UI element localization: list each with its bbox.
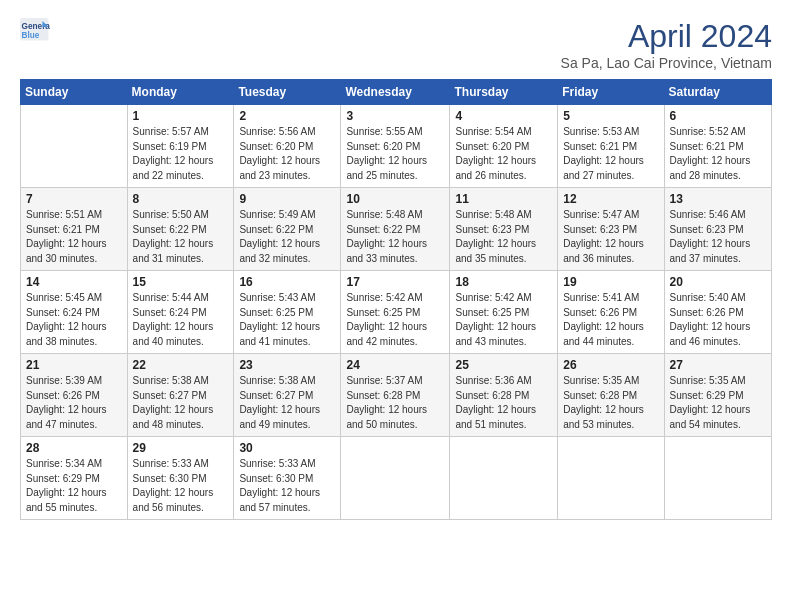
day-info: Sunrise: 5:33 AMSunset: 6:30 PMDaylight:… [133, 457, 229, 515]
day-info: Sunrise: 5:49 AMSunset: 6:22 PMDaylight:… [239, 208, 335, 266]
day-info: Sunrise: 5:57 AMSunset: 6:19 PMDaylight:… [133, 125, 229, 183]
day-number: 16 [239, 275, 335, 289]
day-info: Sunrise: 5:48 AMSunset: 6:22 PMDaylight:… [346, 208, 444, 266]
day-info: Sunrise: 5:43 AMSunset: 6:25 PMDaylight:… [239, 291, 335, 349]
day-number: 6 [670, 109, 766, 123]
day-number: 25 [455, 358, 552, 372]
day-info: Sunrise: 5:54 AMSunset: 6:20 PMDaylight:… [455, 125, 552, 183]
day-info: Sunrise: 5:36 AMSunset: 6:28 PMDaylight:… [455, 374, 552, 432]
day-info: Sunrise: 5:50 AMSunset: 6:22 PMDaylight:… [133, 208, 229, 266]
day-info: Sunrise: 5:40 AMSunset: 6:26 PMDaylight:… [670, 291, 766, 349]
day-info: Sunrise: 5:35 AMSunset: 6:29 PMDaylight:… [670, 374, 766, 432]
calendar-week-row: 7Sunrise: 5:51 AMSunset: 6:21 PMDaylight… [21, 188, 772, 271]
main-title: April 2024 [561, 18, 772, 55]
calendar-cell: 22Sunrise: 5:38 AMSunset: 6:27 PMDayligh… [127, 354, 234, 437]
day-number: 21 [26, 358, 122, 372]
day-number: 14 [26, 275, 122, 289]
day-of-week-header: Tuesday [234, 80, 341, 105]
calendar-header-row: SundayMondayTuesdayWednesdayThursdayFrid… [21, 80, 772, 105]
title-block: April 2024 Sa Pa, Lao Cai Province, Viet… [561, 18, 772, 71]
calendar-cell [341, 437, 450, 520]
day-info: Sunrise: 5:42 AMSunset: 6:25 PMDaylight:… [346, 291, 444, 349]
day-info: Sunrise: 5:41 AMSunset: 6:26 PMDaylight:… [563, 291, 658, 349]
day-number: 15 [133, 275, 229, 289]
day-info: Sunrise: 5:35 AMSunset: 6:28 PMDaylight:… [563, 374, 658, 432]
day-info: Sunrise: 5:55 AMSunset: 6:20 PMDaylight:… [346, 125, 444, 183]
calendar-cell: 6Sunrise: 5:52 AMSunset: 6:21 PMDaylight… [664, 105, 771, 188]
day-number: 27 [670, 358, 766, 372]
calendar-cell: 29Sunrise: 5:33 AMSunset: 6:30 PMDayligh… [127, 437, 234, 520]
day-number: 8 [133, 192, 229, 206]
day-number: 23 [239, 358, 335, 372]
day-info: Sunrise: 5:56 AMSunset: 6:20 PMDaylight:… [239, 125, 335, 183]
day-info: Sunrise: 5:34 AMSunset: 6:29 PMDaylight:… [26, 457, 122, 515]
day-of-week-header: Monday [127, 80, 234, 105]
day-number: 29 [133, 441, 229, 455]
day-number: 24 [346, 358, 444, 372]
calendar-cell: 2Sunrise: 5:56 AMSunset: 6:20 PMDaylight… [234, 105, 341, 188]
day-number: 18 [455, 275, 552, 289]
day-number: 12 [563, 192, 658, 206]
day-number: 9 [239, 192, 335, 206]
day-number: 20 [670, 275, 766, 289]
logo-icon: General Blue [20, 18, 50, 42]
calendar-cell: 27Sunrise: 5:35 AMSunset: 6:29 PMDayligh… [664, 354, 771, 437]
day-number: 5 [563, 109, 658, 123]
calendar-cell: 7Sunrise: 5:51 AMSunset: 6:21 PMDaylight… [21, 188, 128, 271]
day-of-week-header: Wednesday [341, 80, 450, 105]
calendar-cell: 1Sunrise: 5:57 AMSunset: 6:19 PMDaylight… [127, 105, 234, 188]
calendar-cell: 10Sunrise: 5:48 AMSunset: 6:22 PMDayligh… [341, 188, 450, 271]
day-of-week-header: Saturday [664, 80, 771, 105]
day-number: 10 [346, 192, 444, 206]
calendar-cell: 25Sunrise: 5:36 AMSunset: 6:28 PMDayligh… [450, 354, 558, 437]
day-info: Sunrise: 5:38 AMSunset: 6:27 PMDaylight:… [133, 374, 229, 432]
day-info: Sunrise: 5:37 AMSunset: 6:28 PMDaylight:… [346, 374, 444, 432]
svg-text:Blue: Blue [22, 31, 40, 40]
day-number: 28 [26, 441, 122, 455]
calendar-week-row: 21Sunrise: 5:39 AMSunset: 6:26 PMDayligh… [21, 354, 772, 437]
header: General Blue April 2024 Sa Pa, Lao Cai P… [20, 18, 772, 71]
calendar-week-row: 28Sunrise: 5:34 AMSunset: 6:29 PMDayligh… [21, 437, 772, 520]
calendar-cell [664, 437, 771, 520]
day-info: Sunrise: 5:51 AMSunset: 6:21 PMDaylight:… [26, 208, 122, 266]
calendar-cell: 20Sunrise: 5:40 AMSunset: 6:26 PMDayligh… [664, 271, 771, 354]
day-number: 26 [563, 358, 658, 372]
day-info: Sunrise: 5:52 AMSunset: 6:21 PMDaylight:… [670, 125, 766, 183]
day-number: 13 [670, 192, 766, 206]
day-number: 7 [26, 192, 122, 206]
day-number: 30 [239, 441, 335, 455]
calendar-week-row: 1Sunrise: 5:57 AMSunset: 6:19 PMDaylight… [21, 105, 772, 188]
calendar-cell [21, 105, 128, 188]
calendar-cell: 8Sunrise: 5:50 AMSunset: 6:22 PMDaylight… [127, 188, 234, 271]
calendar-cell: 15Sunrise: 5:44 AMSunset: 6:24 PMDayligh… [127, 271, 234, 354]
calendar-cell: 18Sunrise: 5:42 AMSunset: 6:25 PMDayligh… [450, 271, 558, 354]
day-info: Sunrise: 5:46 AMSunset: 6:23 PMDaylight:… [670, 208, 766, 266]
day-number: 2 [239, 109, 335, 123]
calendar-cell: 17Sunrise: 5:42 AMSunset: 6:25 PMDayligh… [341, 271, 450, 354]
day-number: 22 [133, 358, 229, 372]
calendar-cell [558, 437, 664, 520]
calendar-cell: 26Sunrise: 5:35 AMSunset: 6:28 PMDayligh… [558, 354, 664, 437]
calendar-cell: 14Sunrise: 5:45 AMSunset: 6:24 PMDayligh… [21, 271, 128, 354]
calendar-cell: 13Sunrise: 5:46 AMSunset: 6:23 PMDayligh… [664, 188, 771, 271]
day-number: 3 [346, 109, 444, 123]
day-of-week-header: Friday [558, 80, 664, 105]
calendar-cell: 12Sunrise: 5:47 AMSunset: 6:23 PMDayligh… [558, 188, 664, 271]
day-number: 19 [563, 275, 658, 289]
day-of-week-header: Sunday [21, 80, 128, 105]
calendar-cell: 5Sunrise: 5:53 AMSunset: 6:21 PMDaylight… [558, 105, 664, 188]
calendar-cell: 16Sunrise: 5:43 AMSunset: 6:25 PMDayligh… [234, 271, 341, 354]
day-number: 4 [455, 109, 552, 123]
day-info: Sunrise: 5:45 AMSunset: 6:24 PMDaylight:… [26, 291, 122, 349]
day-info: Sunrise: 5:53 AMSunset: 6:21 PMDaylight:… [563, 125, 658, 183]
calendar-cell [450, 437, 558, 520]
calendar-cell: 24Sunrise: 5:37 AMSunset: 6:28 PMDayligh… [341, 354, 450, 437]
day-info: Sunrise: 5:44 AMSunset: 6:24 PMDaylight:… [133, 291, 229, 349]
day-info: Sunrise: 5:39 AMSunset: 6:26 PMDaylight:… [26, 374, 122, 432]
calendar-cell: 21Sunrise: 5:39 AMSunset: 6:26 PMDayligh… [21, 354, 128, 437]
calendar-cell: 23Sunrise: 5:38 AMSunset: 6:27 PMDayligh… [234, 354, 341, 437]
calendar-cell: 4Sunrise: 5:54 AMSunset: 6:20 PMDaylight… [450, 105, 558, 188]
day-info: Sunrise: 5:42 AMSunset: 6:25 PMDaylight:… [455, 291, 552, 349]
day-of-week-header: Thursday [450, 80, 558, 105]
page-container: General Blue April 2024 Sa Pa, Lao Cai P… [0, 0, 792, 530]
